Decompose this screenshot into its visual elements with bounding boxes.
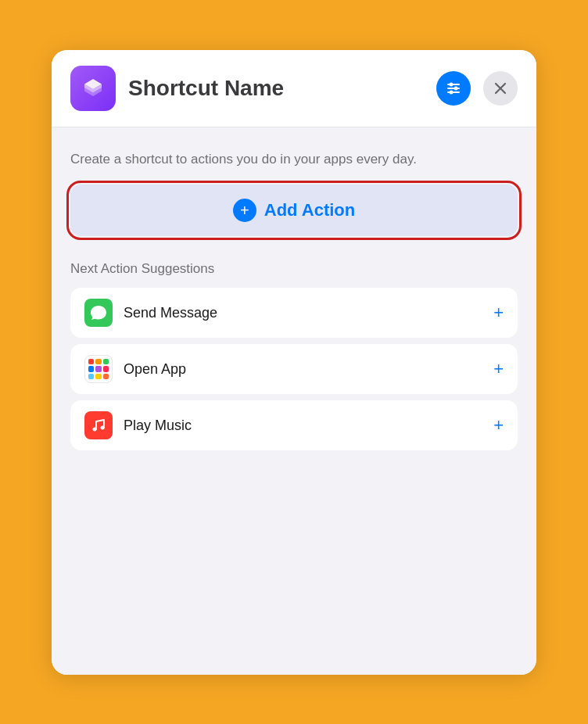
svg-point-6 (93, 428, 97, 432)
add-action-wrapper: + Add Action (70, 185, 518, 236)
close-icon (494, 82, 507, 95)
suggestion-item-send-message[interactable]: Send Message + (70, 288, 518, 338)
shortcut-name-label: Shortcut Name (128, 76, 424, 101)
app-icon (70, 66, 116, 111)
music-icon (84, 411, 113, 439)
music-note-icon (90, 417, 107, 434)
main-card: Shortcut Name Create a shortcut to actio… (52, 50, 536, 675)
play-music-add-button[interactable]: + (493, 415, 504, 435)
header: Shortcut Name (52, 50, 536, 127)
svg-rect-0 (447, 84, 460, 85)
close-button[interactable] (483, 71, 518, 106)
suggestions-list: Send Message + (70, 288, 518, 450)
add-action-label: Add Action (264, 200, 356, 220)
open-app-label: Open App (124, 361, 482, 378)
send-message-add-button[interactable]: + (493, 303, 504, 323)
description-text: Create a shortcut to actions you do in y… (70, 149, 518, 170)
suggestion-item-open-app[interactable]: Open App + (70, 344, 518, 394)
suggestion-item-play-music[interactable]: Play Music + (70, 400, 518, 450)
open-app-add-button[interactable]: + (493, 359, 504, 379)
svg-point-4 (454, 86, 458, 90)
svg-rect-1 (447, 88, 460, 89)
play-music-label: Play Music (124, 418, 482, 434)
svg-point-5 (450, 90, 454, 94)
messages-bubble-icon (90, 304, 107, 321)
add-action-button[interactable]: + Add Action (86, 195, 502, 225)
settings-button[interactable] (436, 71, 471, 106)
suggestions-section: Next Action Suggestions Send Message + (70, 261, 518, 450)
suggestions-title: Next Action Suggestions (70, 261, 518, 277)
settings-icon (445, 80, 462, 97)
grid-icon (88, 359, 109, 379)
add-action-plus-circle: + (233, 199, 256, 222)
svg-rect-2 (447, 91, 460, 93)
plus-icon: + (240, 203, 249, 218)
send-message-label: Send Message (124, 305, 482, 321)
svg-point-3 (450, 82, 454, 86)
messages-icon (84, 299, 113, 327)
svg-point-7 (101, 426, 105, 430)
app-icon-svg (80, 75, 106, 102)
content-area: Create a shortcut to actions you do in y… (52, 127, 536, 675)
open-app-icon (84, 355, 113, 383)
